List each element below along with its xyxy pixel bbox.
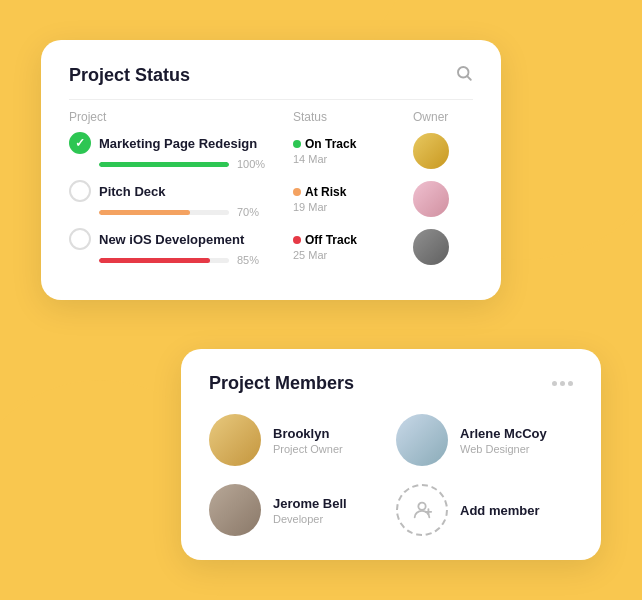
status-col: Off Track 25 Mar <box>293 233 413 261</box>
member-name: Brooklyn <box>273 426 343 441</box>
progress-row: 85% <box>69 254 293 266</box>
progress-label: 100% <box>237 158 265 170</box>
status-label: On Track <box>293 137 413 151</box>
card-members-header: Project Members <box>209 373 573 394</box>
project-info: Pitch Deck 70% <box>69 180 293 218</box>
add-member-label: Add member <box>460 503 539 518</box>
svg-line-1 <box>467 76 470 79</box>
member-name: Jerome Bell <box>273 496 347 511</box>
col-status: Status <box>293 110 413 124</box>
card-header: Project Status <box>69 64 473 87</box>
status-text: Off Track <box>305 233 357 247</box>
progress-row: 100% <box>69 158 293 170</box>
col-project: Project <box>69 110 293 124</box>
search-button[interactable] <box>455 64 473 87</box>
check-icon <box>69 132 91 154</box>
project-name-row: Marketing Page Redesign <box>69 132 293 154</box>
cards-container: Project Status Project Status Owner Mark… <box>41 40 601 560</box>
member-info: Arlene McCoy Web Designer <box>460 426 547 455</box>
status-dot <box>293 236 301 244</box>
status-dot <box>293 140 301 148</box>
status-date: 14 Mar <box>293 153 413 165</box>
progress-bar-bg <box>99 210 229 215</box>
dot <box>560 381 565 386</box>
table-row: Pitch Deck 70% At Risk 19 Mar <box>69 180 473 218</box>
status-dot <box>293 188 301 196</box>
avatar <box>413 133 449 169</box>
project-info: New iOS Developement 85% <box>69 228 293 266</box>
progress-bar-bg <box>99 258 229 263</box>
col-owner: Owner <box>413 110 473 124</box>
table-header: Project Status Owner <box>69 110 473 132</box>
status-col: On Track 14 Mar <box>293 137 413 165</box>
member-role: Web Designer <box>460 443 547 455</box>
check-icon <box>69 180 91 202</box>
avatar <box>413 229 449 265</box>
project-name: Pitch Deck <box>99 184 165 199</box>
avatar <box>396 414 448 466</box>
progress-bar-fill <box>99 258 210 263</box>
project-name: Marketing Page Redesign <box>99 136 257 151</box>
status-label: Off Track <box>293 233 413 247</box>
status-col: At Risk 19 Mar <box>293 185 413 213</box>
list-item: Jerome Bell Developer <box>209 484 386 536</box>
check-icon <box>69 228 91 250</box>
dot <box>568 381 573 386</box>
dot <box>552 381 557 386</box>
status-date: 25 Mar <box>293 249 413 261</box>
progress-bar-bg <box>99 162 229 167</box>
project-name: New iOS Developement <box>99 232 244 247</box>
avatar <box>209 414 261 466</box>
add-member-avatar <box>396 484 448 536</box>
progress-bar-fill <box>99 210 190 215</box>
members-card-title: Project Members <box>209 373 354 394</box>
list-item: Brooklyn Project Owner <box>209 414 386 466</box>
add-person-icon <box>411 499 433 521</box>
progress-bar-fill <box>99 162 229 167</box>
progress-label: 70% <box>237 206 259 218</box>
status-text: At Risk <box>305 185 346 199</box>
svg-point-2 <box>418 503 425 510</box>
project-status-card: Project Status Project Status Owner Mark… <box>41 40 501 300</box>
member-role: Developer <box>273 513 347 525</box>
card-title: Project Status <box>69 65 190 86</box>
list-item: Arlene McCoy Web Designer <box>396 414 573 466</box>
divider <box>69 99 473 100</box>
member-name: Arlene McCoy <box>460 426 547 441</box>
table-row: New iOS Developement 85% Off Track 25 Ma… <box>69 228 473 266</box>
status-date: 19 Mar <box>293 201 413 213</box>
progress-row: 70% <box>69 206 293 218</box>
member-info: Add member <box>460 503 539 518</box>
progress-label: 85% <box>237 254 259 266</box>
member-info: Brooklyn Project Owner <box>273 426 343 455</box>
members-grid: Brooklyn Project Owner Arlene McCoy Web … <box>209 414 573 536</box>
project-name-row: Pitch Deck <box>69 180 293 202</box>
avatar <box>209 484 261 536</box>
status-label: At Risk <box>293 185 413 199</box>
add-member-item[interactable]: Add member <box>396 484 573 536</box>
project-members-card: Project Members Brooklyn Project Owner <box>181 349 601 560</box>
avatar <box>413 181 449 217</box>
member-info: Jerome Bell Developer <box>273 496 347 525</box>
project-info: Marketing Page Redesign 100% <box>69 132 293 170</box>
project-name-row: New iOS Developement <box>69 228 293 250</box>
member-role: Project Owner <box>273 443 343 455</box>
table-row: Marketing Page Redesign 100% On Track 14… <box>69 132 473 170</box>
more-options[interactable] <box>552 381 573 386</box>
status-text: On Track <box>305 137 356 151</box>
